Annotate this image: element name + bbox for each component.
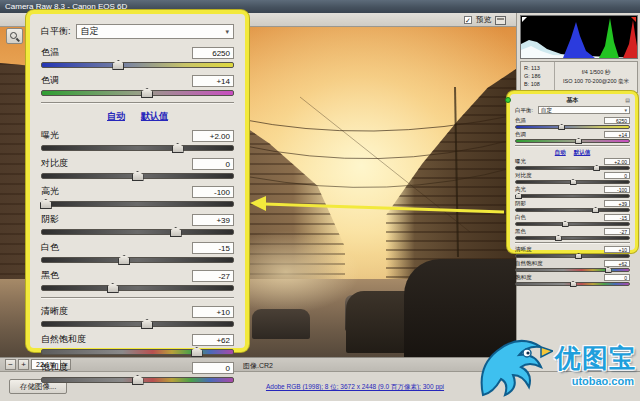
fullscreen-toggle-icon[interactable] [495,16,506,25]
chevron-down-icon: ▾ [225,28,229,36]
highlight-clipping-icon[interactable] [631,17,636,22]
slider-track[interactable] [41,145,234,151]
slider-thumb[interactable] [558,124,565,130]
slider-track[interactable] [41,90,234,96]
slider-thumb[interactable] [141,88,153,98]
slider-thumb[interactable] [515,193,522,199]
slider-thumb[interactable] [40,199,52,209]
default-link[interactable]: 默认值 [141,110,168,123]
slider-1: 色温6250 [515,117,630,129]
slider-label: 阴影 [515,200,526,207]
slider-value-field[interactable]: +2.00 [192,130,234,142]
slider-track[interactable] [515,208,630,212]
auto-link[interactable]: 自动 [555,149,566,156]
slider-value-field[interactable]: 0 [604,274,630,281]
slider-thumb[interactable] [570,281,577,287]
slider-thumb[interactable] [575,253,582,259]
shadow-clipping-icon[interactable] [522,17,527,22]
slider-5: 高光-100 [41,185,234,207]
slider-value-field[interactable]: 0 [604,172,630,179]
slider-track[interactable] [41,285,234,291]
slider-label: 曝光 [41,129,59,142]
slider-thumb[interactable] [575,138,582,144]
slider-track[interactable] [41,201,234,207]
slider-value-field[interactable]: -100 [604,186,630,193]
slider-track[interactable] [41,377,234,383]
slider-thumb[interactable] [570,179,577,185]
slider-value-field[interactable]: +14 [192,75,234,87]
slider-thumb[interactable] [562,221,569,227]
slider-thumb[interactable] [118,255,130,265]
slider-value-field[interactable]: +39 [192,214,234,226]
basic-panel-title: 基本 ▤ [515,96,630,104]
slider-value-field[interactable]: +2.00 [604,158,630,165]
white-balance-value: 自定 [81,25,99,38]
slider-track[interactable] [515,139,630,143]
slider-thumb[interactable] [593,165,600,171]
slider-track[interactable] [515,222,630,226]
slider-value-field[interactable]: -15 [604,214,630,221]
slider-value-field[interactable]: +62 [604,260,630,267]
slider-value-field[interactable]: +14 [604,131,630,138]
slider-track[interactable] [41,349,234,355]
default-link[interactable]: 默认值 [574,149,591,156]
slider-thumb[interactable] [107,283,119,293]
slider-value-field[interactable]: 0 [192,158,234,170]
slider-track[interactable] [41,62,234,68]
histogram[interactable] [520,15,638,59]
zoom-tool-button[interactable] [6,28,23,44]
preview-checkbox[interactable]: ✓ [464,16,472,24]
slider-track[interactable] [515,194,630,198]
white-balance-value: 自定 [541,107,552,114]
slider-thumb[interactable] [132,171,144,181]
slider-thumb[interactable] [592,207,599,213]
slider-value-field[interactable]: 6250 [192,47,234,59]
slider-track[interactable] [515,268,630,272]
slider-thumb[interactable] [170,227,182,237]
slider-thumb[interactable] [605,267,612,273]
exif-info: R: 113 G: 186 B: 108 f/4 1/500 秒 ISO 100… [520,61,638,93]
workflow-options-link[interactable]: Adobe RGB (1998); 8 位; 3672 x 2448 (9.0 … [210,383,500,392]
slider-label: 黑色 [41,269,59,282]
slider-value-field[interactable]: +10 [192,306,234,318]
auto-default-row: 自动默认值 [41,110,234,123]
slider-label: 色温 [41,46,59,59]
slider-track[interactable] [515,282,630,286]
slider-value-field[interactable]: -27 [192,270,234,282]
slider-label: 色调 [515,131,526,138]
slider-value-field[interactable]: -27 [604,228,630,235]
slider-track[interactable] [41,229,234,235]
slider-value-field[interactable]: -15 [192,242,234,254]
slider-track[interactable] [41,257,234,263]
panel-menu-icon[interactable]: ▤ [625,96,630,104]
basic-panel-callout: 白平衡:自定▾色温6250色调+14自动默认值曝光+2.00对比度0高光-100… [26,10,249,352]
slider-label: 自然饱和度 [41,333,86,346]
slider-thumb[interactable] [555,235,562,241]
slider-value-field[interactable]: 6250 [604,117,630,124]
slider-thumb[interactable] [141,319,153,329]
panel-divider [515,242,630,244]
white-balance-select[interactable]: 自定▾ [76,24,234,39]
auto-link[interactable]: 自动 [107,110,125,123]
white-balance-select[interactable]: 自定▾ [538,106,630,114]
slider-value-field[interactable]: +10 [604,246,630,253]
slider-thumb[interactable] [112,60,124,70]
slider-track[interactable] [515,180,630,184]
slider-track[interactable] [515,166,630,170]
slider-thumb[interactable] [191,347,203,357]
slider-track[interactable] [515,254,630,258]
slider-label: 色温 [515,117,526,124]
slider-value-field[interactable]: +39 [604,200,630,207]
slider-track[interactable] [515,125,630,129]
slider-track[interactable] [41,321,234,327]
slider-value-field[interactable]: 0 [192,362,234,374]
watermark-brand: 优图宝 [555,341,636,376]
slider-2: 色调+14 [41,74,234,96]
slider-track[interactable] [41,173,234,179]
slider-9: 清晰度+10 [515,246,630,258]
slider-value-field[interactable]: -100 [192,186,234,198]
slider-thumb[interactable] [172,143,184,153]
slider-thumb[interactable] [132,375,144,385]
slider-track[interactable] [515,236,630,240]
slider-value-field[interactable]: +62 [192,334,234,346]
